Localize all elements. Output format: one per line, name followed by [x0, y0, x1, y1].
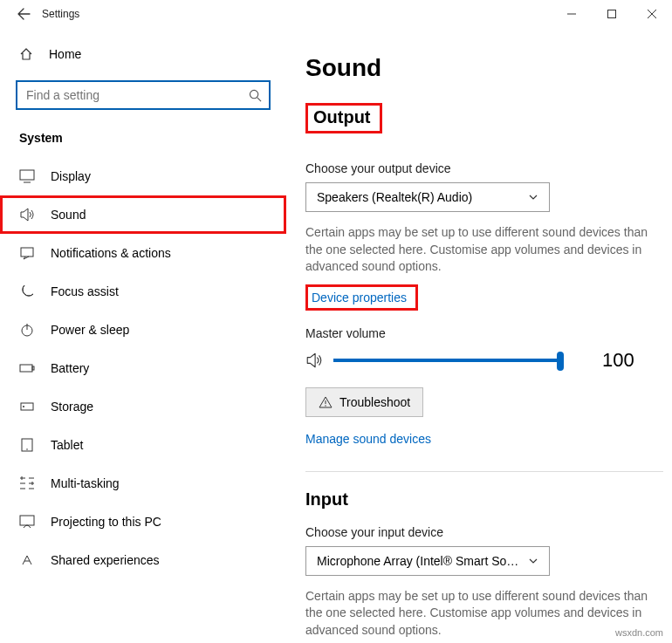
home-icon — [19, 47, 33, 61]
search-input[interactable] — [24, 87, 249, 103]
output-heading: Output — [305, 103, 382, 133]
input-device-dropdown[interactable]: Microphone Array (Intel® Smart So… — [305, 546, 550, 576]
input-section: Input Choose your input device Microphon… — [305, 489, 663, 643]
output-device-dropdown[interactable]: Speakers (Realtek(R) Audio) — [305, 182, 550, 212]
watermark: wsxdn.com — [615, 627, 663, 638]
main-content: Sound Output Choose your output device S… — [286, 28, 672, 643]
speaker-icon — [305, 352, 323, 369]
output-choose-label: Choose your output device — [305, 161, 663, 175]
maximize-button[interactable] — [592, 0, 632, 28]
volume-row: 100 — [305, 349, 663, 372]
sound-icon — [19, 207, 35, 222]
volume-value: 100 — [602, 349, 634, 372]
sidebar-item-focus-assist[interactable]: Focus assist — [0, 272, 286, 311]
sidebar-item-battery[interactable]: Battery — [0, 349, 286, 387]
svg-rect-1 — [608, 10, 616, 18]
svg-rect-9 — [20, 365, 32, 372]
home-label: Home — [49, 47, 81, 61]
svg-line-3 — [257, 97, 261, 100]
notifications-icon — [19, 245, 35, 261]
input-heading: Input — [305, 489, 348, 510]
troubleshoot-label: Troubleshoot — [339, 395, 410, 409]
page-title: Sound — [305, 54, 663, 82]
window-controls — [552, 0, 672, 28]
svg-point-14 — [26, 448, 28, 450]
sidebar-item-label: Display — [51, 169, 91, 183]
chevron-down-icon — [528, 192, 538, 202]
category-header: System — [0, 126, 286, 157]
sidebar-item-notifications[interactable]: Notifications & actions — [0, 234, 286, 272]
display-icon — [19, 168, 35, 184]
focus-assist-icon — [19, 284, 35, 299]
svg-rect-6 — [21, 248, 33, 257]
search-icon — [249, 89, 262, 102]
search-box[interactable] — [16, 80, 271, 110]
sidebar-item-display[interactable]: Display — [0, 157, 286, 195]
sidebar-item-multitasking[interactable]: Multi-tasking — [0, 464, 286, 503]
sidebar-item-storage[interactable]: Storage — [0, 387, 286, 426]
output-device-value: Speakers (Realtek(R) Audio) — [317, 190, 472, 204]
sidebar-item-label: Notifications & actions — [51, 246, 171, 260]
sidebar-item-shared-experiences[interactable]: Shared experiences — [0, 541, 286, 579]
sidebar-item-label: Focus assist — [51, 284, 119, 298]
input-description: Certain apps may be set up to use differ… — [305, 588, 663, 640]
warning-icon — [319, 395, 333, 409]
shared-icon — [19, 552, 35, 568]
troubleshoot-button[interactable]: Troubleshoot — [305, 387, 423, 417]
sidebar-item-tablet[interactable]: Tablet — [0, 426, 286, 464]
sidebar-item-label: Power & sleep — [51, 323, 129, 337]
sidebar-item-power-sleep[interactable]: Power & sleep — [0, 311, 286, 349]
sidebar-item-label: Projecting to this PC — [51, 515, 161, 529]
sidebar-item-sound[interactable]: Sound — [0, 195, 286, 234]
output-description: Certain apps may be set up to use differ… — [305, 224, 663, 276]
master-volume-label: Master volume — [305, 326, 663, 340]
sidebar-item-label: Sound — [51, 208, 86, 222]
manage-sound-devices-link[interactable]: Manage sound devices — [305, 432, 431, 446]
close-button[interactable] — [632, 0, 672, 28]
input-device-value: Microphone Array (Intel® Smart So… — [317, 554, 518, 568]
window-title: Settings — [42, 8, 79, 20]
power-icon — [19, 322, 35, 338]
sidebar-item-projecting[interactable]: Projecting to this PC — [0, 503, 286, 541]
input-choose-label: Choose your input device — [305, 525, 663, 539]
svg-point-2 — [250, 90, 257, 98]
tablet-icon — [19, 437, 35, 453]
back-button[interactable] — [10, 1, 37, 27]
output-section: Output Choose your output device Speaker… — [305, 103, 663, 447]
projecting-icon — [19, 514, 35, 530]
storage-icon — [19, 399, 35, 414]
minimize-button[interactable] — [552, 0, 592, 28]
slider-thumb[interactable] — [557, 352, 564, 371]
battery-icon — [19, 360, 35, 376]
sidebar-item-label: Battery — [51, 361, 89, 375]
arrow-left-icon — [17, 7, 31, 21]
sidebar-item-label: Tablet — [51, 438, 83, 452]
sidebar-item-label: Multi-tasking — [51, 476, 120, 490]
volume-slider[interactable] — [333, 352, 560, 369]
svg-point-12 — [23, 406, 24, 407]
chevron-down-icon — [528, 556, 538, 566]
close-icon — [648, 10, 656, 18]
sidebar-item-label: Shared experiences — [51, 553, 160, 567]
svg-rect-4 — [20, 170, 34, 180]
multitasking-icon — [19, 475, 35, 491]
section-divider — [305, 471, 663, 472]
home-nav[interactable]: Home — [0, 37, 286, 72]
sidebar: Home System Display Sound Notifications … — [0, 28, 286, 643]
svg-rect-23 — [20, 516, 34, 525]
svg-point-25 — [325, 405, 326, 406]
minimize-icon — [567, 10, 576, 18]
sidebar-item-label: Storage — [51, 400, 93, 414]
maximize-icon — [607, 10, 616, 18]
svg-rect-10 — [32, 366, 34, 370]
output-device-properties-link[interactable]: Device properties — [305, 284, 418, 311]
